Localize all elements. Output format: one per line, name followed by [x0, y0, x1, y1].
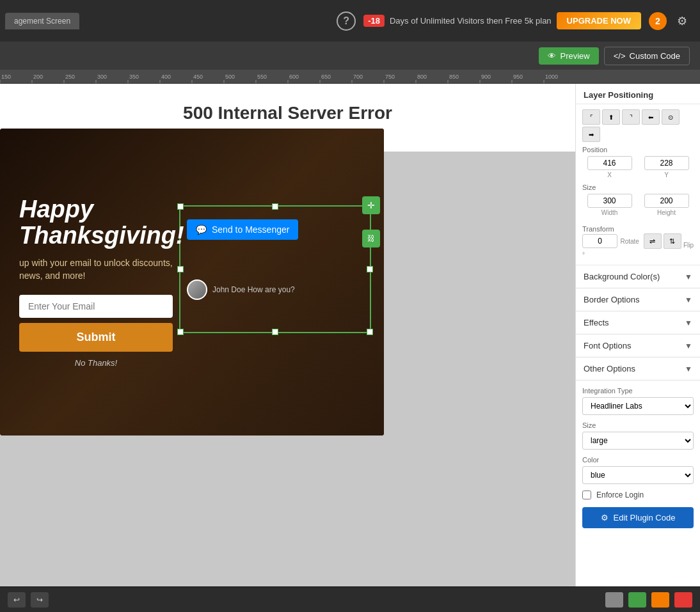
size-select[interactable]: small medium large xlarge — [582, 432, 694, 450]
width-input[interactable] — [587, 194, 632, 208]
edit-plugin-button[interactable]: ⚙ Edit Plugin Code — [582, 507, 694, 528]
custom-code-label: Custom Code — [630, 51, 680, 61]
font-options-label: Font Options — [584, 341, 631, 350]
other-options-header[interactable]: Other Options ▼ — [576, 357, 700, 380]
popup-title-text: Happy Thanksgiving! — [19, 196, 184, 249]
width-field: Width — [582, 194, 637, 216]
align-top-right[interactable]: ⌝ — [622, 109, 640, 125]
effects-section: Effects ▼ — [576, 311, 700, 334]
background-colors-section: Background Color(s) ▼ — [576, 265, 700, 288]
color-select[interactable]: blue white red green — [582, 466, 694, 484]
enforce-login-row: Enforce Login — [582, 490, 694, 499]
svg-text:900: 900 — [481, 74, 491, 80]
no-thanks-label[interactable]: No Thanks! — [19, 358, 173, 368]
background-colors-label: Background Color(s) — [584, 272, 660, 281]
border-options-label: Border Options — [584, 295, 639, 304]
rotate-input[interactable] — [582, 234, 617, 248]
layer-positioning-header: Layer Positioning — [576, 84, 700, 104]
handle-middle-right[interactable] — [367, 266, 373, 272]
height-input[interactable] — [644, 194, 689, 208]
email-input[interactable] — [19, 295, 173, 318]
size-row-label: Size — [576, 182, 700, 191]
notification-badge[interactable]: 2 — [649, 12, 667, 30]
help-icon[interactable]: ? — [337, 12, 356, 31]
svg-text:850: 850 — [449, 74, 459, 80]
align-top-left[interactable]: ⌜ — [582, 109, 600, 125]
other-options-arrow: ▼ — [685, 365, 692, 373]
flip-horizontal-button[interactable]: ⇌ — [644, 233, 662, 249]
redo-button[interactable]: ↪ — [31, 592, 49, 608]
border-options-header[interactable]: Border Options ▼ — [576, 288, 700, 311]
submit-button[interactable]: Submit — [19, 323, 173, 352]
border-options-section: Border Options ▼ — [576, 288, 700, 311]
font-options-arrow: ▼ — [685, 341, 692, 350]
enforce-login-checkbox[interactable] — [582, 490, 591, 499]
svg-text:150: 150 — [1, 74, 11, 80]
flip-label: Flip — [683, 242, 694, 249]
svg-text:750: 750 — [385, 74, 395, 80]
messenger-label: Send to Messenger — [212, 224, 289, 235]
preview-button[interactable]: 👁 Preview — [539, 47, 598, 65]
main-area: 500 Internal Server Error nginx/1.13.12 … — [0, 84, 700, 586]
align-middle-right[interactable]: ➡ — [582, 127, 600, 142]
align-middle-left[interactable]: ⬅ — [642, 109, 660, 125]
color-swatch-gray[interactable] — [605, 592, 623, 608]
code-icon: </> — [614, 51, 626, 61]
move-icon[interactable]: ✛ — [362, 196, 380, 214]
transform-label-cell: Transform Rotate ° — [582, 223, 640, 260]
svg-text:800: 800 — [417, 74, 427, 80]
days-badge: -18 — [363, 15, 385, 27]
messenger-button[interactable]: 💬 Send to Messenger — [187, 219, 298, 240]
custom-code-button[interactable]: </> Custom Code — [604, 47, 690, 65]
svg-text:600: 600 — [289, 74, 299, 80]
top-bar: agement Screen ? -18 Days of Unlimited V… — [0, 0, 700, 42]
align-center[interactable]: ⊙ — [662, 109, 680, 125]
bottom-bar: ↩ ↪ — [0, 586, 700, 612]
effects-header[interactable]: Effects ▼ — [576, 311, 700, 334]
right-panel: Layer Positioning ⌜ ⬆ ⌝ ⬅ ⊙ ➡ Position X… — [575, 84, 700, 586]
font-options-header[interactable]: Font Options ▼ — [576, 334, 700, 357]
preview-label: Preview — [560, 51, 589, 61]
color-swatch-red[interactable] — [674, 592, 692, 608]
settings-icon[interactable]: ⚙ — [674, 12, 690, 31]
svg-text:500: 500 — [225, 74, 235, 80]
upgrade-button[interactable]: UPGRADE NOW — [557, 12, 641, 29]
border-options-arrow: ▼ — [685, 295, 692, 304]
integration-section: Integration Type Headliner Labs MailChim… — [576, 381, 700, 586]
x-label: X — [607, 171, 612, 178]
selected-widget[interactable]: ✛ ⛓ 💬 Send to Messenger John Doe How are… — [179, 205, 371, 333]
align-top-center[interactable]: ⬆ — [602, 109, 620, 125]
handle-bottom-right[interactable] — [367, 329, 373, 335]
integration-type-select[interactable]: Headliner Labs MailChimp ActiveCampaign — [582, 397, 694, 415]
banner-text: Days of Unlimited Visitors then Free 5k … — [390, 16, 552, 26]
transform-row: Transform Rotate ° ⇌ ⇅ Flip — [576, 220, 700, 265]
size-label: Size — [582, 421, 694, 429]
svg-text:250: 250 — [65, 74, 75, 80]
svg-text:550: 550 — [257, 74, 267, 80]
link-icon[interactable]: ⛓ — [362, 230, 380, 247]
y-label: Y — [664, 171, 669, 178]
handle-top-middle[interactable] — [272, 203, 278, 210]
flip-vertical-button[interactable]: ⇅ — [664, 233, 681, 249]
tab-label[interactable]: agement Screen — [5, 13, 79, 29]
color-swatch-green[interactable] — [628, 592, 646, 608]
other-options-section: Other Options ▼ — [576, 357, 700, 381]
y-position-input[interactable] — [644, 156, 689, 170]
top-bar-left: agement Screen — [0, 0, 79, 42]
color-label: Color — [582, 456, 694, 464]
x-position-input[interactable] — [587, 156, 632, 170]
color-swatch-orange[interactable] — [651, 592, 669, 608]
popup-title: Happy Thanksgiving! — [19, 196, 198, 250]
effects-label: Effects — [584, 318, 609, 327]
background-colors-header[interactable]: Background Color(s) ▼ — [576, 265, 700, 288]
error-title: 500 Internal Server Error — [26, 103, 550, 123]
svg-text:700: 700 — [353, 74, 363, 80]
width-label: Width — [601, 209, 618, 216]
handle-bottom-middle[interactable] — [272, 329, 278, 335]
svg-text:450: 450 — [193, 74, 203, 80]
undo-button[interactable]: ↩ — [8, 592, 26, 608]
avatar-text: John Doe How are you? — [212, 285, 295, 294]
toolbar-bar: 👁 Preview </> Custom Code — [0, 42, 700, 70]
background-colors-arrow: ▼ — [685, 272, 692, 281]
messenger-avatar-row: John Doe How are you? — [187, 279, 295, 300]
